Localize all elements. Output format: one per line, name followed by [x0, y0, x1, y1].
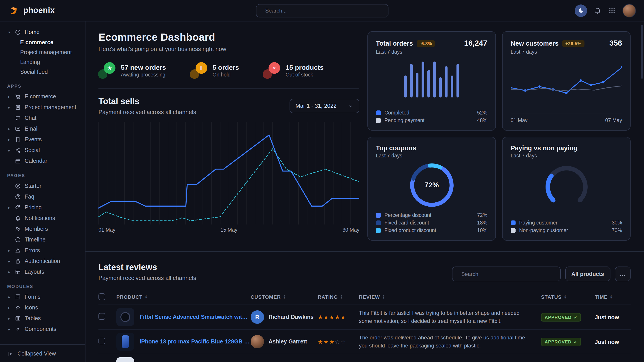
x-tick: 15 May — [220, 227, 237, 233]
column-header-review[interactable]: REVIEW ▲▼ — [359, 294, 541, 300]
star-icon: ★ — [318, 314, 323, 321]
close-stat-icon: × — [263, 62, 280, 78]
sidebar-subitem-e-commerce[interactable]: E commerce — [0, 37, 85, 47]
collapsed-view-toggle[interactable]: Collapsed View — [0, 344, 85, 362]
x-tick: 30 May — [342, 227, 359, 233]
sidebar-item-e-commerce[interactable]: ▸E commerce — [0, 91, 85, 102]
top-navbar: phoenix — [0, 0, 644, 21]
card-period: Last 7 days — [376, 153, 487, 158]
product-thumbnail — [116, 357, 134, 362]
sidebar-item-forms[interactable]: ▸Forms — [0, 292, 85, 302]
product-link[interactable]: iPhone 13 pro max-Pacific Blue-128GB sto… — [140, 339, 250, 345]
sidebar-item-calendar[interactable]: Calendar — [0, 156, 85, 166]
hero-stat: ★57 new ordersAwating processing — [98, 62, 166, 78]
customer-name: Richard Dawkins — [268, 314, 314, 320]
search-input[interactable] — [265, 7, 382, 14]
users-icon — [15, 226, 21, 232]
bell-icon — [15, 215, 21, 221]
card-period: Last 7 days — [376, 49, 487, 54]
caret-right-icon: ▸ — [7, 105, 11, 109]
sidebar-subitem-social-feed[interactable]: Social feed — [0, 67, 85, 77]
total-orders-bar-chart — [376, 59, 487, 97]
sidebar-item-label: Errors — [24, 247, 40, 254]
rating-stars: ★★★☆☆ — [318, 338, 359, 345]
caret-right-icon: ▸ — [7, 259, 11, 263]
hero-stat: ‖5 ordersOn hold — [190, 62, 239, 78]
sidebar-item-pricing[interactable]: ▸Pricing — [0, 202, 85, 213]
sidebar-item-project-management[interactable]: ▸Project management — [0, 102, 85, 113]
sidebar-item-home[interactable]: ▾Home — [0, 27, 85, 37]
caret-right-icon: ▸ — [7, 306, 11, 310]
sidebar-item-starter[interactable]: Starter — [0, 181, 85, 191]
legend-swatch — [376, 228, 381, 233]
caret-right-icon: ▸ — [7, 148, 11, 152]
lock-icon — [15, 258, 21, 264]
sidebar-item-authentication[interactable]: ▸Authentication — [0, 256, 85, 267]
sidebar-item-social[interactable]: ▸Social — [0, 145, 85, 156]
more-options-button[interactable]: ... — [615, 267, 630, 281]
sidebar: ▾HomeE commerceProject managementLanding… — [0, 21, 86, 362]
legend-item: Fixed card discount 18% — [376, 220, 487, 225]
star-icon: ★ — [335, 314, 340, 321]
time-value: Just now — [595, 314, 619, 321]
sidebar-item-label: Social — [24, 147, 40, 153]
star-stat-icon: ★ — [98, 62, 116, 78]
product-link[interactable]: Fitbit Sense Advanced Smartwatch with To… — [140, 314, 250, 320]
star-icon: ★ — [329, 338, 335, 345]
sidebar-item-tables[interactable]: ▸Tables — [0, 313, 85, 324]
sidebar-item-timeline[interactable]: Timeline — [0, 234, 85, 245]
legend-item: Pending payment 48% — [376, 118, 487, 123]
global-search[interactable] — [256, 4, 388, 17]
sidebar-item-icons[interactable]: ▸Icons — [0, 302, 85, 313]
theme-toggle[interactable] — [575, 4, 587, 17]
sidebar-item-notifications[interactable]: Notifications — [0, 213, 85, 224]
sidebar-item-label: Email — [24, 126, 39, 132]
sidebar-item-layouts[interactable]: ▸Layouts — [0, 267, 85, 277]
total-sells-x-axis: 01 May 15 May 30 May — [98, 227, 359, 233]
legend-item: Completed 52% — [376, 110, 487, 115]
sidebar-item-email[interactable]: ▸Email — [0, 123, 85, 134]
sidebar-subitem-project-management[interactable]: Project management — [0, 47, 85, 57]
column-header-time[interactable]: TIME ▲▼ — [595, 294, 630, 300]
sidebar-item-errors[interactable]: ▸Errors — [0, 245, 85, 256]
column-header-rating[interactable]: RATING ▲▼ — [318, 294, 359, 300]
page-scrollbar[interactable] — [641, 25, 643, 79]
sidebar-item-label: Starter — [24, 183, 42, 189]
star-icon: ☆ — [340, 338, 346, 345]
sidebar-item-events[interactable]: ▸Events — [0, 134, 85, 145]
date-range-select[interactable]: Mar 1 - 31, 2022 — [290, 99, 359, 113]
sidebar-item-label: Components — [24, 326, 56, 332]
sidebar-item-chat[interactable]: Chat — [0, 113, 85, 123]
row-checkbox[interactable] — [98, 313, 105, 320]
sidebar-item-label: Notifications — [24, 215, 55, 221]
bell-icon — [594, 7, 602, 14]
row-checkbox[interactable] — [98, 338, 105, 344]
reviews-search-input[interactable] — [461, 271, 555, 277]
sidebar-item-faq[interactable]: Faq — [0, 191, 85, 202]
column-header-product[interactable]: PRODUCT ▲▼ — [116, 294, 250, 300]
legend-item: Paying customer 30% — [511, 220, 622, 225]
column-header-status[interactable]: STATUS ▲▼ — [541, 294, 595, 300]
user-avatar[interactable] — [622, 4, 636, 17]
sidebar-item-label: Pricing — [24, 204, 42, 211]
legend-swatch — [511, 220, 516, 225]
sidebar-item-components[interactable]: ▸Components — [0, 324, 85, 335]
sidebar-item-members[interactable]: Members — [0, 224, 85, 234]
x-tick: 01 May — [511, 118, 528, 123]
grid-menu-icon — [608, 7, 616, 14]
customer-avatar — [250, 335, 264, 348]
clipboard-icon — [15, 104, 21, 110]
sidebar-nav: ▾HomeE commerceProject managementLanding… — [0, 21, 85, 344]
reviews-search[interactable] — [452, 267, 560, 281]
customer-name: Ashley Garrett — [268, 339, 307, 345]
brand[interactable]: phoenix — [8, 5, 55, 16]
notifications-button[interactable] — [594, 7, 602, 14]
rating-stars: ★★★★★ — [318, 314, 359, 321]
help-icon — [15, 194, 21, 200]
select-all-checkbox[interactable] — [98, 293, 105, 300]
all-products-button[interactable]: All products — [565, 267, 610, 281]
sidebar-subitem-landing[interactable]: Landing — [0, 57, 85, 67]
sidebar-item-label: Icons — [24, 305, 38, 311]
apps-menu-button[interactable] — [608, 7, 616, 14]
column-header-customer[interactable]: CUSTOMER ▲▼ — [250, 294, 318, 300]
